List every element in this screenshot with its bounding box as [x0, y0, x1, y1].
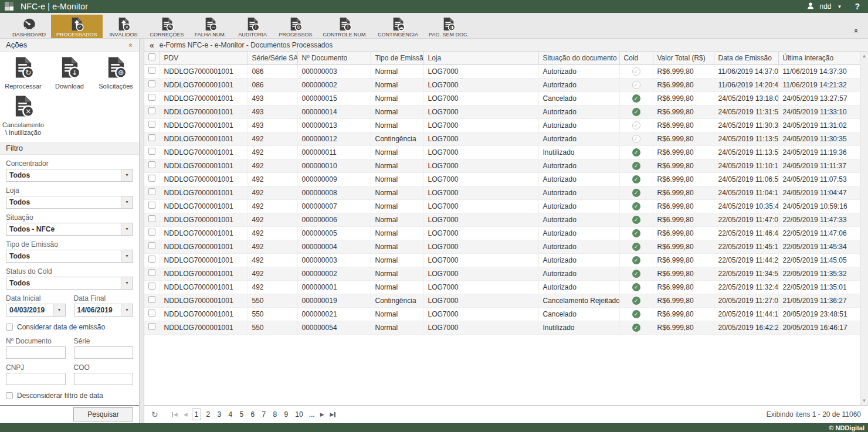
actions-collapse-button[interactable]: « [129, 41, 133, 49]
row-checkbox[interactable] [148, 94, 155, 101]
scroll-up-icon[interactable]: ▲ [862, 53, 867, 59]
tab-correcoes[interactable]: ✎ CORREÇÕES [145, 15, 189, 38]
table-row[interactable]: NDDLOG7000001001492000000001NormalLOG700… [144, 280, 860, 294]
row-checkbox[interactable] [148, 215, 155, 222]
coo-input[interactable] [74, 373, 134, 385]
table-row[interactable]: NDDLOG7000001001492000000011NormalLOG700… [144, 145, 860, 159]
vertical-scrollbar[interactable]: ▲ ▼ [860, 52, 868, 405]
action-solicitacoes[interactable]: ⊕ Solicitações [93, 56, 139, 90]
dropdown-arrow-icon[interactable]: ▼ [121, 250, 133, 262]
first-page-button[interactable]: ◀ [172, 411, 178, 417]
column-header-tipo-de-emissao[interactable]: Tipo de Emissão [371, 52, 423, 64]
calendar-dropdown-icon[interactable]: ▼ [121, 304, 133, 316]
table-row[interactable]: NDDLOG7000001001492000000005NormalLOG700… [144, 226, 860, 240]
row-checkbox[interactable] [148, 309, 155, 317]
n-documento-input[interactable] [6, 346, 66, 359]
column-header-serie-serie-sat[interactable]: Série/Série SAT [247, 52, 297, 64]
row-checkbox[interactable] [148, 256, 155, 263]
table-row[interactable]: NDDLOG7000001001492000000004NormalLOG700… [144, 240, 860, 253]
dropdown-arrow-icon[interactable]: ▼ [121, 169, 133, 181]
row-checkbox[interactable] [148, 67, 155, 74]
table-row[interactable]: NDDLOG7000001001492000000008NormalLOG700… [144, 186, 860, 199]
column-header-pdv[interactable]: PDV [160, 52, 247, 64]
pesquisar-button[interactable]: Pesquisar [73, 407, 133, 421]
row-checkbox[interactable] [148, 161, 155, 168]
tab-pag-sem-doc[interactable]: ◑ PAG. SEM DOC. [423, 15, 474, 38]
table-row[interactable]: NDDLOG7000001001550000000021NormalLOG700… [144, 307, 860, 321]
prev-page-button[interactable]: ◀ [184, 411, 188, 417]
page-button[interactable]: 3 [215, 409, 223, 420]
column-header-n-documento[interactable]: Nº Documento [297, 52, 371, 64]
calendar-dropdown-icon[interactable]: ▼ [53, 304, 65, 316]
table-row[interactable]: NDDLOG7000001001492000000003NormalLOG700… [144, 253, 860, 267]
page-button[interactable]: 7 [259, 409, 268, 420]
concentrador-select[interactable]: Todos ▼ [6, 169, 133, 182]
user-menu-caret-icon[interactable]: ▼ [838, 4, 842, 9]
cnpj-input[interactable] [6, 373, 66, 385]
table-row[interactable]: NDDLOG7000001001550000000054NormalLOG700… [144, 321, 860, 334]
page-ellipsis[interactable]: ... [309, 410, 315, 419]
dropdown-arrow-icon[interactable]: ▼ [121, 223, 133, 235]
tab-auditoria[interactable]: i AUDITORIA [232, 15, 274, 38]
page-button[interactable]: 8 [270, 409, 279, 420]
column-header-loja[interactable]: Loja [423, 52, 538, 64]
row-checkbox[interactable] [148, 134, 155, 141]
action-download[interactable]: ↓ Download [46, 56, 93, 90]
row-checkbox[interactable] [148, 323, 155, 330]
row-checkbox[interactable] [148, 80, 155, 87]
sidebar-splitter[interactable] [140, 39, 144, 423]
scroll-down-icon[interactable]: ▼ [862, 398, 867, 403]
page-button[interactable]: 9 [282, 409, 290, 420]
column-header-data-de-emissao[interactable]: Data de Emissão [714, 52, 778, 64]
status-do-cold-select[interactable]: Todos ▼ [6, 277, 133, 290]
column-header-valor-total-r[interactable]: Valor Total (R$) [653, 52, 714, 64]
page-button[interactable]: 6 [248, 409, 257, 420]
table-row[interactable]: NDDLOG7000001001493000000015NormalLOG700… [144, 91, 860, 105]
data-final-input[interactable]: 14/06/2019 ▼ [74, 304, 134, 317]
page-button[interactable]: 2 [204, 409, 212, 420]
action-cancelamento-inutilizacao[interactable]: × Cancelamento \ Inutilização [0, 95, 46, 137]
row-checkbox[interactable] [148, 229, 155, 236]
column-header-cold[interactable]: Cold [619, 52, 653, 64]
loja-select[interactable]: Todos ▼ [6, 196, 133, 209]
table-row[interactable]: NDDLOG7000001001550000000019Contingência… [144, 294, 860, 307]
toolbar-collapse-button[interactable]: « [855, 26, 859, 35]
table-row[interactable]: NDDLOG7000001001492000000012Contingência… [144, 132, 860, 145]
row-checkbox[interactable] [148, 202, 155, 209]
table-row[interactable]: NDDLOG7000001001086000000003NormalLOG700… [144, 64, 860, 78]
row-checkbox[interactable] [148, 107, 155, 114]
table-row[interactable]: NDDLOG7000001001493000000014NormalLOG700… [144, 105, 860, 118]
tab-dashboard[interactable]: DASHBOARD [7, 15, 51, 38]
considerar-data-emissao-checkbox[interactable] [6, 324, 13, 331]
desconsiderar-filtro-data-checkbox[interactable] [6, 392, 13, 399]
table-row[interactable]: NDDLOG7000001001086000000002NormalLOG700… [144, 78, 860, 91]
tab-processos[interactable]: ⚙ PROCESSOS [274, 15, 318, 38]
row-checkbox[interactable] [148, 283, 155, 290]
row-checkbox[interactable] [148, 242, 155, 249]
collapse-sidebar-icon[interactable]: « [150, 40, 154, 50]
tab-controle-num[interactable]: ! CONTROLE NUM. [318, 15, 373, 38]
row-checkbox[interactable] [148, 296, 155, 303]
serie-input[interactable] [74, 346, 134, 359]
table-row[interactable]: NDDLOG7000001001492000000006NormalLOG700… [144, 213, 860, 226]
column-header-ultima-interacao[interactable]: Última interação [778, 52, 860, 64]
page-button[interactable]: 4 [226, 409, 235, 420]
tipo-de-emissao-select[interactable]: Todos ▼ [6, 250, 133, 263]
table-row[interactable]: NDDLOG7000001001492000000010NormalLOG700… [144, 159, 860, 172]
help-button[interactable]: ? [855, 2, 860, 11]
row-checkbox[interactable] [148, 175, 155, 182]
tab-invalidos[interactable]: × INVÁLIDOS [103, 15, 145, 38]
table-row[interactable]: NDDLOG7000001001492000000007NormalLOG700… [144, 199, 860, 213]
row-checkbox[interactable] [148, 269, 155, 276]
action-reprocessar[interactable]: ↻ Reprocessar [0, 56, 46, 90]
row-checkbox[interactable] [148, 121, 155, 128]
page-button[interactable]: 5 [237, 409, 246, 420]
row-checkbox[interactable] [148, 188, 155, 195]
refresh-button[interactable]: ↻ [151, 410, 158, 419]
situacao-select[interactable]: Todos - NFCe ▼ [6, 223, 133, 236]
table-row[interactable]: NDDLOG7000001001492000000002NormalLOG700… [144, 267, 860, 280]
dropdown-arrow-icon[interactable]: ▼ [121, 277, 133, 289]
data-inicial-input[interactable]: 04/03/2019 ▼ [6, 304, 66, 317]
tab-processados[interactable]: ✓ PROCESSADOS [51, 15, 103, 38]
next-page-button[interactable]: ▶ [320, 411, 324, 417]
